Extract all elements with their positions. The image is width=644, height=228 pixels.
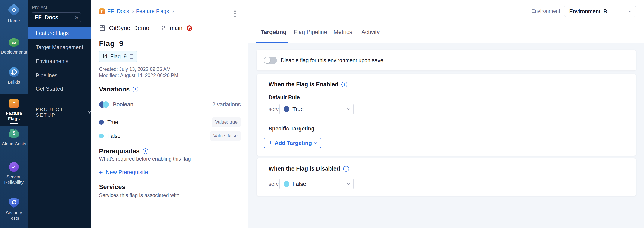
rail-item-security-tests[interactable]: Security Tests xyxy=(0,198,28,221)
chevron-down-icon xyxy=(347,182,350,185)
plus-icon: + xyxy=(269,140,272,146)
rail-item-builds[interactable]: Builds xyxy=(0,67,28,85)
sidebar-item-environments[interactable]: Environments xyxy=(28,56,91,66)
rail-item-home[interactable]: Home xyxy=(0,4,28,23)
service-reliability-icon: ✓ xyxy=(9,162,19,172)
deployments-icon: ∞ xyxy=(9,38,19,47)
app-nav-rail: Home ∞ Deployments Builds Feature Flags … xyxy=(0,0,28,228)
sidebar-item-target-management[interactable]: Target Management xyxy=(28,42,91,52)
environment-header: Environment Environment_B xyxy=(248,0,644,23)
git-branch-name[interactable]: main xyxy=(170,25,182,32)
flag-disabled-card: When the Flag is Disabled i serve False xyxy=(256,158,636,196)
environment-select[interactable]: Environment_B xyxy=(564,6,636,17)
add-targeting-button[interactable]: + Add Targeting xyxy=(264,138,321,148)
disable-flag-label: Disable flag for this environment upon s… xyxy=(281,57,383,63)
variation-true-dot xyxy=(284,106,289,112)
flag-tabs: Targeting Flag Pipeline Metrics Activity xyxy=(248,23,644,43)
gitsync-repo-name: GitSync_Demo xyxy=(109,25,149,32)
variation-row-false: False Value: false xyxy=(99,131,241,141)
prerequisites-subtitle: What's required before enabling this fla… xyxy=(99,156,241,162)
flag-created-date: Created: July 13, 2022 09:25 AM xyxy=(99,66,241,72)
targeting-panel: Environment Environment_B Targeting Flag… xyxy=(248,0,644,228)
new-prerequisite-button[interactable]: + New Prerequisite xyxy=(99,169,241,175)
environment-label: Environment xyxy=(531,8,560,14)
rail-item-service-reliability[interactable]: ✓ Service Reliability xyxy=(0,162,28,185)
security-tests-icon xyxy=(9,198,18,208)
project-sidebar: Project FF_Docs » Feature Flags Target M… xyxy=(28,0,91,228)
disable-flag-toggle[interactable] xyxy=(264,57,277,64)
info-icon[interactable]: i xyxy=(343,166,349,172)
flag-options-menu-button[interactable] xyxy=(232,8,238,20)
tab-metrics[interactable]: Metrics xyxy=(334,29,352,36)
disabled-serve-select[interactable]: False xyxy=(280,178,354,189)
variations-heading: Variations i xyxy=(99,86,241,93)
divider xyxy=(155,24,155,32)
flag-id-chip: Id: Flag_9 xyxy=(99,51,137,62)
cloud-costs-icon: $ xyxy=(8,131,19,138)
variation-true-dot xyxy=(99,120,104,125)
plus-icon: + xyxy=(99,170,103,175)
info-icon[interactable]: i xyxy=(142,148,148,154)
project-selector[interactable]: FF_Docs » xyxy=(32,13,81,22)
flag-title: Flag_9 xyxy=(99,39,241,48)
breadcrumb-link-project[interactable]: FF_Docs xyxy=(107,8,129,14)
boolean-type-icon xyxy=(99,101,109,108)
flag-enabled-card: When the Flag is Enabled i Default Rule … xyxy=(256,74,636,156)
tab-targeting[interactable]: Targeting xyxy=(261,29,286,36)
info-icon[interactable]: i xyxy=(132,87,138,92)
project-name: FF_Docs xyxy=(35,14,75,21)
project-label: Project xyxy=(32,5,47,11)
builds-icon xyxy=(9,67,19,77)
disable-flag-card: Disable flag for this environment upon s… xyxy=(256,50,636,71)
tab-activity[interactable]: Activity xyxy=(361,29,380,36)
variation-count: 2 variations xyxy=(212,101,241,108)
expand-projects-icon[interactable]: » xyxy=(75,14,78,21)
sidebar-item-feature-flags[interactable]: Feature Flags xyxy=(28,27,91,39)
enabled-serve-row: serve True xyxy=(268,104,354,115)
flag-disabled-heading: When the Flag is Disabled i xyxy=(268,165,349,172)
variation-row-true: True Value: true xyxy=(99,118,241,127)
git-branch-icon xyxy=(160,25,166,31)
tab-flag-pipeline[interactable]: Flag Pipeline xyxy=(294,29,327,36)
chevron-down-icon xyxy=(629,10,632,13)
sidebar-divider xyxy=(33,100,85,100)
specific-targeting-label: Specific Targeting xyxy=(268,126,314,132)
flag-details-panel: FF_Docs Feature Flags GitSync_Demo main … xyxy=(91,0,248,228)
variation-false-dot xyxy=(284,181,289,187)
gitsync-row: GitSync_Demo main xyxy=(99,24,241,32)
rail-item-cloud-costs[interactable]: $ Cloud Costs xyxy=(0,129,28,146)
home-icon xyxy=(7,3,20,17)
feature-flags-icon xyxy=(9,98,19,108)
chevron-down-icon xyxy=(347,107,350,110)
enabled-serve-select[interactable]: True xyxy=(280,104,354,115)
rail-item-deployments[interactable]: ∞ Deployments xyxy=(0,38,28,55)
project-setup-section[interactable]: PROJECT SETUP xyxy=(36,107,91,118)
sync-disabled-icon xyxy=(187,26,192,31)
info-icon[interactable]: i xyxy=(342,82,347,87)
flag-id-row: Id: Flag_9 xyxy=(99,51,241,62)
targeting-content: Disable flag for this environment upon s… xyxy=(248,43,644,228)
flag-enabled-heading: When the Flag is Enabled i xyxy=(268,81,347,88)
variation-false-dot xyxy=(99,134,104,138)
variation-type-row: Boolean 2 variations xyxy=(99,101,241,108)
variation-type-label: Boolean xyxy=(113,101,212,108)
sidebar-item-pipelines[interactable]: Pipelines xyxy=(28,70,91,81)
prerequisites-heading: Prerequisites i xyxy=(99,147,241,155)
sidebar-item-get-started[interactable]: Get Started xyxy=(28,84,91,94)
rail-item-feature-flags[interactable]: Feature Flags xyxy=(0,94,28,127)
breadcrumb-separator-icon xyxy=(131,10,134,13)
breadcrumb-separator-icon xyxy=(171,10,174,13)
chevron-down-icon xyxy=(314,141,317,144)
variation-value-chip: Value: true xyxy=(212,118,241,127)
flag-modified-date: Modified: August 14, 2022 06:26 PM xyxy=(99,73,241,78)
breadcrumb-link-feature-flags[interactable]: Feature Flags xyxy=(136,8,169,14)
variation-value-chip: Value: false xyxy=(210,131,241,141)
default-rule-label: Default Rule xyxy=(268,94,300,100)
breadcrumb: FF_Docs Feature Flags xyxy=(99,8,241,14)
copy-icon[interactable] xyxy=(130,54,133,59)
services-heading: Services xyxy=(99,183,241,190)
git-repo-icon xyxy=(99,25,106,32)
divider xyxy=(99,111,241,111)
services-subtitle: Services this flag is associated with xyxy=(99,192,241,198)
feature-flag-brand-icon xyxy=(99,8,105,14)
